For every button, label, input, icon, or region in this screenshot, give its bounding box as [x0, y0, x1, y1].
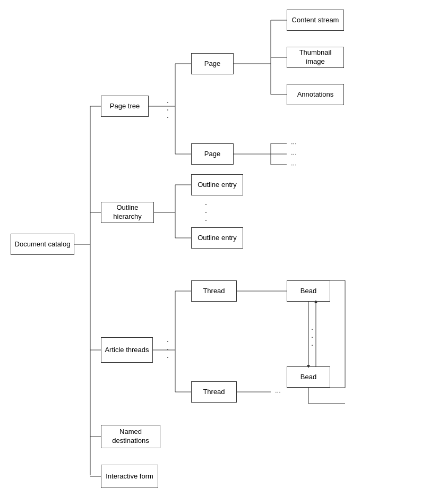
- annotations-node: Annotations: [287, 84, 344, 105]
- svg-text:···: ···: [291, 150, 297, 158]
- outline-entry1-node: Outline entry: [191, 174, 243, 195]
- svg-text:···: ···: [275, 388, 281, 396]
- svg-text:·: ·: [205, 216, 207, 225]
- outline-entry2-node: Outline entry: [191, 227, 243, 249]
- article-threads-node: Article threads: [101, 337, 153, 363]
- content-stream-node: Content stream: [287, 10, 344, 31]
- thread1-node: Thread: [191, 280, 237, 302]
- svg-text:···: ···: [291, 160, 297, 168]
- svg-text:·: ·: [205, 200, 207, 209]
- svg-text:·: ·: [167, 353, 169, 362]
- svg-text:·: ·: [167, 105, 169, 114]
- svg-text:·: ·: [167, 98, 169, 107]
- svg-text:·: ·: [205, 208, 207, 217]
- thumbnail-image-node: Thumbnail image: [287, 47, 344, 68]
- svg-text:·: ·: [167, 113, 169, 122]
- svg-text:·: ·: [311, 324, 313, 334]
- thread2-node: Thread: [191, 381, 237, 403]
- document-catalog-node: Document catalog: [11, 234, 74, 255]
- bead2-node: Bead: [287, 366, 330, 388]
- page1-node: Page: [191, 53, 234, 74]
- diagram: Document catalog Page tree Outline hiera…: [0, 0, 421, 504]
- page2-node: Page: [191, 143, 234, 165]
- svg-text:·: ·: [167, 337, 169, 346]
- svg-text:·: ·: [311, 340, 313, 349]
- page-tree-node: Page tree: [101, 96, 149, 117]
- interactive-form-node: Interactive form: [101, 465, 158, 488]
- bead1-node: Bead: [287, 280, 330, 302]
- svg-text:·: ·: [311, 332, 313, 341]
- outline-hierarchy-node: Outline hierarchy: [101, 202, 154, 223]
- svg-text:···: ···: [291, 139, 297, 147]
- svg-text:·: ·: [167, 345, 169, 354]
- named-destinations-node: Named destinations: [101, 425, 160, 448]
